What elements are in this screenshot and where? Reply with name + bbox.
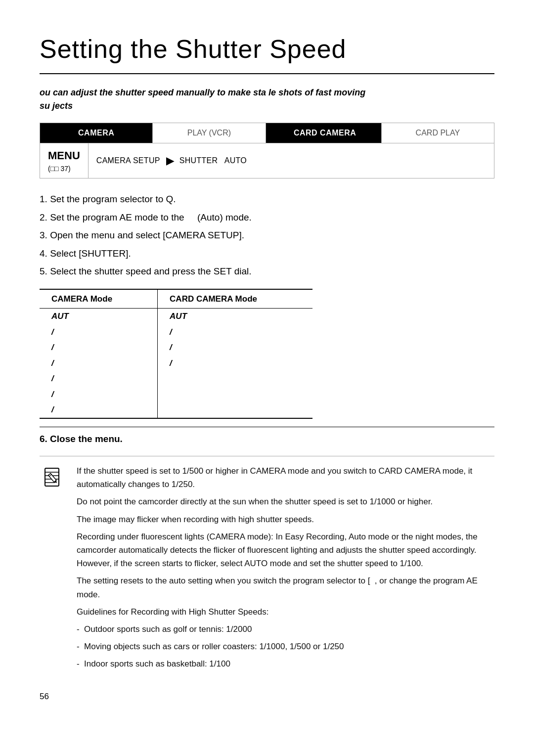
table-cell [158,371,312,387]
step-2: 2. Set the program AE mode to the (Auto)… [40,211,494,225]
table-cell: / [40,371,158,387]
page-number: 56 [40,690,494,703]
note-paragraph: Do not point the camcorder directly at t… [77,495,494,508]
table-cell: / [40,324,158,340]
step-4: 4. Select [SHUTTER]. [40,247,494,261]
menu-row: MENU (□□ 37) CAMERA SETUP ▶ SHUTTER AUTO [40,143,494,178]
table-header-card-camera: CARD CAMERA Mode [158,289,312,309]
table-cell: / [40,402,158,418]
page-title: Setting the Shutter Speed [40,30,494,74]
table-cell: / [158,324,312,340]
intro-text: ou can adjust the shutter speed manually… [40,86,494,113]
note-paragraph: - Outdoor sports such as golf or tennis:… [77,623,494,636]
step-1: 1. Set the program selector to Q. [40,192,494,207]
tab-play-vcr[interactable]: PLAY (VCR) [153,123,266,143]
table-cell: / [40,340,158,356]
pencil-notebook-icon [41,466,66,490]
tab-camera[interactable]: CAMERA [40,123,153,143]
step-5: 5. Select the shutter speed and press th… [40,265,494,279]
svg-rect-5 [48,473,56,482]
table-cell: AUT [158,309,312,324]
note-paragraph: Recording under fluorescent lights (CAME… [77,530,494,571]
note-icon [40,464,67,491]
tab-bar: CAMERA PLAY (VCR) CARD CAMERA CARD PLAY [40,123,494,143]
note-paragraph: Guidelines for Recording with High Shutt… [77,605,494,619]
note-content: If the shutter speed is set to 1/500 or … [77,464,494,670]
tab-card-camera[interactable]: CARD CAMERA [267,123,382,143]
table-cell [158,387,312,402]
table-cell: / [40,387,158,402]
tab-card-play[interactable]: CARD PLAY [382,123,494,143]
note-paragraph: - Moving objects such as cars or roller … [77,640,494,653]
note-section: If the shutter speed is set to 1/500 or … [40,456,494,670]
menu-label: MENU (□□ 37) [40,143,89,178]
table-cell [158,402,312,418]
steps-list: 1. Set the program selector to Q. 2. Set… [40,192,494,279]
table-cell: / [158,356,312,371]
note-paragraph: The image may flicker when recording wit… [77,513,494,526]
note-paragraph: If the shutter speed is set to 1/500 or … [77,464,494,491]
note-paragraph: The setting resets to the auto setting w… [77,574,494,601]
table-cell: / [158,340,312,356]
shutter-table: CAMERA Mode CARD CAMERA Mode AUTAUT/////… [40,289,312,419]
table-cell: / [40,356,158,371]
menu-path: CAMERA SETUP ▶ SHUTTER AUTO [89,143,494,178]
note-paragraph: - Indoor sports such as basketball: 1/10… [77,657,494,670]
table-cell: AUT [40,309,158,324]
step-6: 6. Close the menu. [40,427,494,446]
step-3: 3. Open the menu and select [CAMERA SETU… [40,228,494,243]
table-header-camera: CAMERA Mode [40,289,158,309]
